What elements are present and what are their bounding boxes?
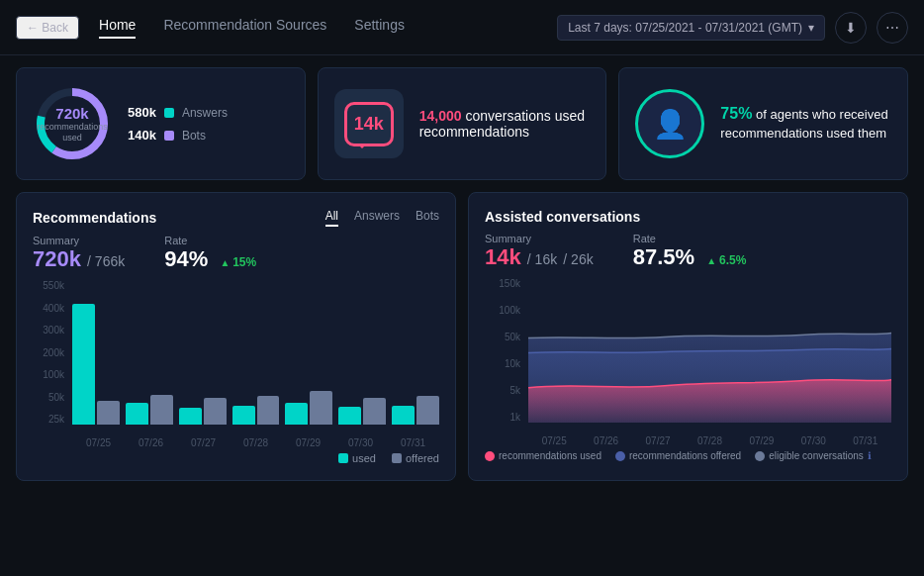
panel-left-header: Recommendations All Answers Bots	[33, 209, 439, 227]
eligible-label: eligible conversations	[769, 450, 864, 461]
recommendations-used-card: 720k recommendationsused 580k Answers 14…	[16, 67, 306, 180]
ax-0727: 07/27	[646, 435, 671, 446]
agent-avatar: 👤	[635, 89, 704, 158]
bar-used	[392, 406, 415, 425]
bar-y-axis: 550k 400k 300k 200k 100k 50k 25k	[33, 280, 68, 425]
date-range-label: Last 7 days: 07/25/2021 - 07/31/2021 (GM…	[568, 21, 802, 35]
right-summary-block: Summary 14k / 16k / 26k	[485, 233, 594, 270]
bar-used	[232, 406, 255, 425]
person-icon: 👤	[653, 108, 688, 141]
summary-main-val: 720k	[33, 246, 81, 271]
y-label-100k: 100k	[33, 369, 68, 380]
y-label-550k: 550k	[33, 280, 68, 291]
rate-main: 94%	[164, 246, 208, 271]
right-rate-block: Rate 87.5% 6.5%	[633, 233, 747, 270]
ax-0728: 07/28	[697, 435, 722, 446]
bots-legend-dot	[164, 131, 174, 141]
stat-row-answers: 580k Answers	[128, 105, 228, 120]
chat-bubble-icon: 14k	[334, 89, 404, 158]
chart-tabs: All Answers Bots	[325, 209, 439, 227]
tab-all[interactable]: All	[325, 209, 338, 227]
card3-text: 75% of agents who received recommendatio…	[720, 105, 891, 144]
y-label-400k: 400k	[33, 303, 68, 314]
download-icon: ⬇	[845, 20, 857, 36]
back-button[interactable]: ← Back	[16, 16, 79, 40]
rec-offered-label: recommendations offered	[629, 450, 741, 461]
bar-offered	[150, 395, 173, 425]
tab-answers[interactable]: Answers	[354, 209, 400, 227]
legend-used: used	[338, 452, 376, 464]
navigation: ← Back Home Recommendation Sources Setti…	[0, 0, 924, 55]
top-cards: 720k recommendationsused 580k Answers 14…	[16, 67, 908, 180]
date-range-picker[interactable]: Last 7 days: 07/25/2021 - 07/31/2021 (GM…	[557, 15, 825, 41]
bar-offered	[310, 391, 332, 425]
x-label-0727: 07/27	[191, 437, 216, 448]
tab-bots[interactable]: Bots	[416, 209, 439, 227]
donut-center: 720k recommendationsused	[37, 105, 108, 144]
donut-value: 720k	[37, 105, 108, 122]
bar-chart-inner	[72, 280, 439, 425]
bar-used	[179, 408, 202, 425]
bar-group	[72, 280, 120, 425]
ax-0731: 07/31	[853, 435, 878, 446]
bottom-panels: Recommendations All Answers Bots Summary…	[16, 192, 908, 481]
recommendations-panel-title: Recommendations	[33, 210, 156, 226]
right-rate-label: Rate	[633, 233, 747, 244]
legend-rec-used: recommendations used	[485, 450, 601, 461]
bar-offered	[363, 398, 386, 425]
legend-eligible: eligible conversations ℹ	[755, 450, 872, 461]
x-label-0728: 07/28	[243, 437, 268, 448]
bar-chart-area: 550k 400k 300k 200k 100k 50k 25k 07/25 0…	[33, 280, 439, 448]
donut-chart: 720k recommendationsused	[33, 84, 112, 163]
ax-0729: 07/29	[749, 435, 774, 446]
info-icon[interactable]: ℹ	[868, 450, 872, 461]
panel-right-header: Assisted conversations	[485, 209, 891, 225]
y-label-300k: 300k	[33, 325, 68, 336]
y-label-25k: 25k	[33, 414, 68, 425]
conversations-highlight: 14,000	[419, 108, 462, 124]
more-options-button[interactable]: ⋯	[877, 12, 908, 44]
area-x-axis: 07/25 07/26 07/27 07/28 07/29 07/30 07/3…	[528, 435, 891, 446]
tab-home[interactable]: Home	[99, 17, 136, 39]
bar-x-axis: 07/25 07/26 07/27 07/28 07/29 07/30 07/3…	[72, 437, 439, 448]
tab-recommendation-sources[interactable]: Recommendation Sources	[163, 17, 326, 39]
bots-legend-label: Bots	[182, 129, 206, 143]
agents-card: 👤 75% of agents who received recommendat…	[618, 67, 908, 180]
x-label-0730: 07/30	[348, 437, 373, 448]
y-label-200k: 200k	[33, 347, 68, 358]
bar-offered	[257, 396, 280, 425]
answers-legend-label: Answers	[182, 106, 228, 120]
bar-group	[179, 280, 227, 425]
ax-0730: 07/30	[801, 435, 826, 446]
area-svg	[528, 278, 891, 423]
conversations-card: 14k 14,000 conversations used recommenda…	[318, 67, 607, 180]
area-y-axis: 150k 100k 50k 10k 5k 1k	[485, 278, 524, 423]
ay-5k: 5k	[485, 385, 524, 396]
download-button[interactable]: ⬇	[835, 12, 867, 44]
chevron-down-icon: ▾	[808, 21, 814, 35]
x-label-0729: 07/29	[296, 437, 321, 448]
left-trend: 15%	[221, 255, 257, 269]
area-chart-legend: recommendations used recommendations off…	[485, 450, 891, 461]
rec-used-dot	[485, 451, 495, 461]
x-label-0725: 07/25	[86, 437, 111, 448]
bar-group	[126, 280, 173, 425]
legend-offered: offered	[392, 452, 439, 464]
ay-50k: 50k	[485, 332, 524, 342]
nav-right: Last 7 days: 07/25/2021 - 07/31/2021 (GM…	[557, 12, 908, 44]
rec-offered-dot	[615, 451, 625, 461]
main-content: 720k recommendationsused 580k Answers 14…	[0, 55, 924, 493]
bots-value: 140k	[128, 128, 156, 143]
right-summary-row: Summary 14k / 16k / 26k Rate 87.5% 6.5%	[485, 233, 891, 270]
bar-used	[285, 403, 308, 425]
left-rate-value: 94% 15%	[164, 246, 256, 272]
card2-text: 14,000 conversations used recommendation…	[419, 108, 591, 140]
bar-used	[338, 407, 361, 425]
right-summary-label: Summary	[485, 233, 594, 244]
bar-group	[392, 280, 439, 425]
tab-settings[interactable]: Settings	[354, 17, 405, 39]
nav-tabs: Home Recommendation Sources Settings	[99, 17, 557, 39]
left-summary-block: Summary 720k / 766k	[33, 235, 125, 272]
left-rate-label: Rate	[164, 235, 256, 246]
bar-offered	[204, 398, 227, 425]
